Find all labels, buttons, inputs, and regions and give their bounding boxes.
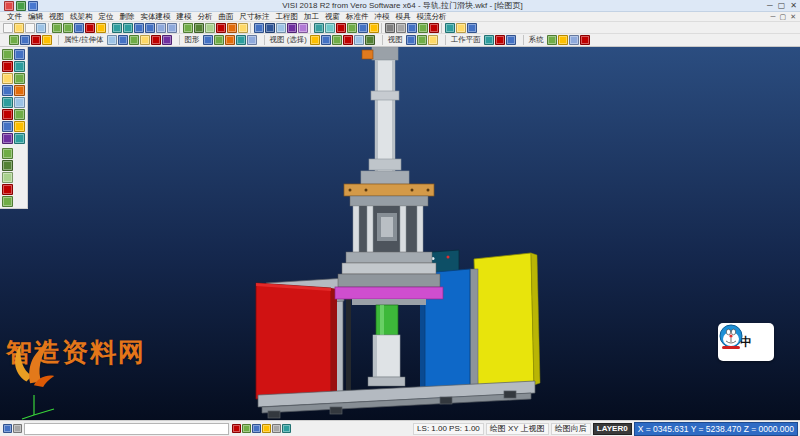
- toolbar-icon[interactable]: [14, 97, 25, 108]
- toolbar-icon[interactable]: [140, 35, 150, 45]
- maximize-button[interactable]: ▢: [778, 1, 786, 11]
- toolbar-icon[interactable]: [265, 23, 275, 33]
- menu-item[interactable]: 实体建模: [138, 12, 174, 22]
- toolbar-icon[interactable]: [183, 23, 193, 33]
- menu-item[interactable]: 工程图: [273, 12, 302, 22]
- mdi-close-button[interactable]: ✕: [790, 13, 796, 21]
- toolbar-icon[interactable]: [417, 35, 427, 45]
- toolbar-icon[interactable]: [14, 85, 25, 96]
- toolbar-icon[interactable]: [369, 23, 379, 33]
- toolbar-icon[interactable]: [205, 23, 215, 33]
- status-icon[interactable]: [262, 424, 271, 433]
- status-icon[interactable]: [272, 424, 281, 433]
- toolbar-icon[interactable]: [2, 49, 13, 60]
- toolbar-icon[interactable]: [456, 23, 466, 33]
- toolbar-icon[interactable]: [336, 23, 346, 33]
- toolbar-icon[interactable]: [52, 23, 62, 33]
- toolbar-icon[interactable]: [429, 23, 439, 33]
- toolbar-icon[interactable]: [36, 23, 46, 33]
- toolbar-icon[interactable]: [325, 23, 335, 33]
- status-icon[interactable]: [232, 424, 241, 433]
- status-icon[interactable]: [13, 424, 22, 433]
- toolbar-icon[interactable]: [358, 23, 368, 33]
- toolbar-icon[interactable]: [238, 23, 248, 33]
- toolbar-icon[interactable]: [123, 23, 133, 33]
- toolbar-icon[interactable]: [254, 23, 264, 33]
- menu-item[interactable]: 曲面: [216, 12, 237, 22]
- toolbar-icon[interactable]: [2, 184, 13, 195]
- toolbar-icon[interactable]: [2, 61, 13, 72]
- toolbar-icon[interactable]: [14, 61, 25, 72]
- menu-item[interactable]: 编辑: [25, 12, 46, 22]
- press-column[interactable]: [361, 47, 409, 184]
- toolbar-icon[interactable]: [580, 35, 590, 45]
- toolbar-icon[interactable]: [134, 23, 144, 33]
- toolbar-icon[interactable]: [506, 35, 516, 45]
- toolbar-icon[interactable]: [225, 35, 235, 45]
- toolbar-icon[interactable]: [14, 73, 25, 84]
- menu-item[interactable]: 文件: [4, 12, 25, 22]
- toolbar-icon[interactable]: [418, 23, 428, 33]
- toolbar-icon[interactable]: [42, 35, 52, 45]
- toolbar-icon[interactable]: [406, 35, 416, 45]
- frame-post[interactable]: [470, 269, 478, 397]
- toolbar-icon[interactable]: [467, 23, 477, 33]
- status-icon[interactable]: [252, 424, 261, 433]
- app-icon[interactable]: [28, 1, 38, 11]
- toolbar-icon[interactable]: [2, 85, 13, 96]
- toolbar-icon[interactable]: [310, 35, 320, 45]
- toolbar-icon[interactable]: [365, 35, 375, 45]
- 3d-viewport[interactable]: 智造资料网 中: [0, 47, 800, 420]
- app-icon[interactable]: [16, 1, 26, 11]
- status-icon[interactable]: [242, 424, 251, 433]
- toolbar-icon[interactable]: [20, 35, 30, 45]
- toolbar-icon[interactable]: [2, 172, 13, 183]
- menu-item[interactable]: 加工: [301, 12, 322, 22]
- toolbar-icon[interactable]: [2, 196, 13, 207]
- toolbar-icon[interactable]: [2, 148, 13, 159]
- toolbar-icon[interactable]: [167, 23, 177, 33]
- toolbar-icon[interactable]: [343, 35, 353, 45]
- status-icon[interactable]: [3, 424, 12, 433]
- toolbar-icon[interactable]: [227, 23, 237, 33]
- toolbar-icon[interactable]: [484, 35, 494, 45]
- menu-item[interactable]: 视图: [46, 12, 67, 22]
- toolbar-icon[interactable]: [14, 121, 25, 132]
- layer-selector[interactable]: LAYER0: [593, 423, 632, 435]
- app-icon[interactable]: [4, 1, 14, 11]
- toolbar-icon[interactable]: [569, 35, 579, 45]
- toolbar-icon[interactable]: [332, 35, 342, 45]
- toolbar-icon[interactable]: [74, 23, 84, 33]
- menu-item[interactable]: 模具: [393, 12, 414, 22]
- toolbar-icon[interactable]: [445, 23, 455, 33]
- menu-item[interactable]: 分析: [195, 12, 216, 22]
- menu-item[interactable]: 尺寸标注: [237, 12, 273, 22]
- menu-item[interactable]: 标准件: [343, 12, 372, 22]
- toolbar-icon[interactable]: [347, 23, 357, 33]
- toolbar-icon[interactable]: [14, 133, 25, 144]
- toolbar-icon[interactable]: [407, 23, 417, 33]
- toolbar-icon[interactable]: [236, 35, 246, 45]
- toolbar-icon[interactable]: [194, 23, 204, 33]
- menu-item[interactable]: 视窗: [322, 12, 343, 22]
- toolbar-icon[interactable]: [151, 35, 161, 45]
- toolbar-icon[interactable]: [385, 23, 395, 33]
- toolbar-icon[interactable]: [3, 23, 13, 33]
- menu-item[interactable]: 冲模: [372, 12, 393, 22]
- toolbar-icon[interactable]: [14, 109, 25, 120]
- toolbar-icon[interactable]: [14, 23, 24, 33]
- draw-mode-selector[interactable]: 绘图向后: [551, 423, 591, 435]
- toolbar-icon[interactable]: [2, 109, 13, 120]
- toolbar-icon[interactable]: [214, 35, 224, 45]
- toolbar-icon[interactable]: [2, 121, 13, 132]
- toolbar-icon[interactable]: [203, 35, 213, 45]
- yellow-side-panel[interactable]: [474, 253, 540, 393]
- menu-item[interactable]: 定位: [96, 12, 117, 22]
- toolbar-icon[interactable]: [547, 35, 557, 45]
- menu-item[interactable]: 建模: [174, 12, 195, 22]
- status-icon[interactable]: [282, 424, 291, 433]
- toolbar-icon[interactable]: [96, 23, 106, 33]
- toolbar-icon[interactable]: [63, 23, 73, 33]
- mdi-minimize-button[interactable]: ─: [771, 13, 776, 21]
- toolbar-icon[interactable]: [354, 35, 364, 45]
